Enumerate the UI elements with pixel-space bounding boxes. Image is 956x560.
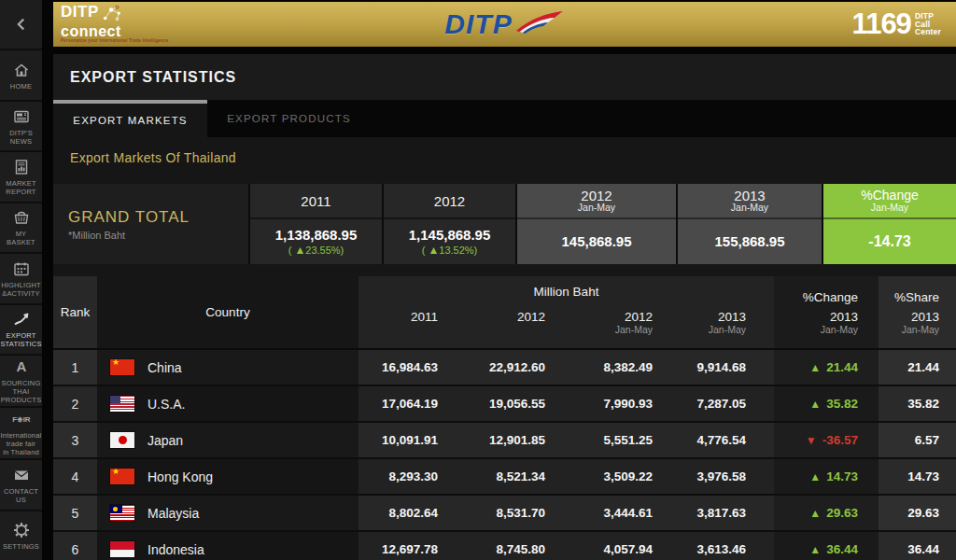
tab-export-markets[interactable]: EXPORT MARKETS bbox=[53, 100, 207, 137]
table-row[interactable]: 4 Hong Kong 8,293.30 8,521.34 3,509.22 3… bbox=[53, 459, 956, 496]
export-markets-table: Rank Country Million Baht 2011 2012 2012 bbox=[53, 276, 956, 560]
table-row[interactable]: 3 Japan 10,091.91 12,901.85 5,551.25 4,7… bbox=[53, 423, 956, 459]
pct-share-cell: 35.82 bbox=[879, 386, 956, 421]
sidebar-item-back[interactable] bbox=[0, 0, 42, 50]
sidebar-item-label: MARKET REPORT bbox=[6, 179, 35, 196]
rank-cell: 3 bbox=[53, 423, 97, 457]
country-name: Malaysia bbox=[148, 506, 199, 521]
grand-total-col-2013-janmay: 2013 Jan-May 155,868.95 bbox=[678, 184, 823, 264]
col-subheader-janmay: Jan-May bbox=[871, 203, 908, 213]
call-center-label: DITP Call Center bbox=[915, 12, 941, 36]
header-col-2012-janmay: 2012 Jan-May bbox=[573, 307, 681, 348]
sidebar: HOME DITP'S NEWS MARKET REPORT MY BASKET… bbox=[0, 0, 42, 560]
col-subheader-janmay: Jan-May bbox=[578, 203, 615, 213]
home-icon bbox=[12, 61, 31, 79]
up-arrow-icon: ▲ bbox=[809, 544, 821, 555]
table-row[interactable]: 2 U.S.A. 17,064.19 19,056.55 7,990.93 7,… bbox=[53, 386, 956, 423]
grand-total-2012-value: 1,145,868.95 bbox=[409, 228, 491, 243]
value-2012: 8,531.70 bbox=[466, 496, 573, 530]
calendar-icon bbox=[12, 259, 31, 278]
sidebar-item-label: DITP'S NEWS bbox=[9, 129, 33, 146]
flag-japan-icon bbox=[110, 432, 134, 448]
value-2011: 10,091.91 bbox=[358, 423, 466, 457]
value-2012-janmay: 3,444.61 bbox=[573, 496, 681, 530]
sidebar-item-label: HIGHLIGHT &ACTIVITY bbox=[1, 281, 41, 298]
grand-total-col-pct-change: %Change Jan-May -14.73 bbox=[823, 184, 956, 264]
sidebar-item-my-basket[interactable]: MY BASKET bbox=[0, 203, 42, 254]
market-report-icon bbox=[12, 158, 31, 176]
thai-flag-swoosh-icon bbox=[513, 8, 565, 40]
logo-text-connect: connect bbox=[61, 25, 169, 37]
sidebar-item-trade-fair[interactable]: F⎈IR International trade fair in Thailan… bbox=[0, 408, 42, 460]
grand-total-table: GRAND TOTAL *Million Baht 2011 1,138,868… bbox=[53, 184, 956, 264]
sourcing-icon: A bbox=[12, 357, 31, 376]
up-arrow-icon: ▲ bbox=[428, 244, 439, 257]
ditp-center-logo: DITP bbox=[444, 8, 564, 40]
sidebar-item-market-report[interactable]: MARKET REPORT bbox=[0, 152, 42, 203]
col-header-2012-janmay: 2012 bbox=[581, 189, 612, 203]
grand-total-2011-value: 1,138,868.95 bbox=[275, 228, 358, 243]
header-million-baht-group: Million Baht 2011 2012 2012 Jan-May bbox=[358, 276, 774, 348]
value-2011: 8,293.30 bbox=[358, 459, 466, 494]
up-arrow-icon: ▲ bbox=[809, 362, 821, 373]
value-2012: 22,912.60 bbox=[466, 350, 573, 385]
pct-change-cell: ▲ 36.44 bbox=[774, 532, 879, 560]
grand-total-label: GRAND TOTAL bbox=[68, 208, 248, 227]
rank-cell: 5 bbox=[53, 496, 97, 530]
sidebar-item-home[interactable]: HOME bbox=[0, 50, 42, 101]
trade-fair-icon: F⎈IR bbox=[10, 410, 33, 428]
value-2012-janmay: 8,382.49 bbox=[573, 350, 681, 385]
sidebar-item-sourcing-thai-products[interactable]: A SOURCING THAI PRODUCTS bbox=[0, 356, 42, 408]
header-group-label: Million Baht bbox=[358, 276, 774, 307]
value-2013-janmay: 3,817.63 bbox=[681, 496, 774, 530]
col-header-pct-change: %Change bbox=[861, 189, 919, 203]
pct-share-cell: 21.44 bbox=[879, 350, 956, 385]
country-name: U.S.A. bbox=[148, 397, 185, 412]
col-header-2013-janmay: 2013 bbox=[734, 189, 765, 203]
value-2012-janmay: 3,509.22 bbox=[573, 459, 681, 494]
sidebar-item-label: SOURCING THAI PRODUCTS bbox=[1, 379, 42, 404]
sidebar-item-ditps-news[interactable]: DITP'S NEWS bbox=[0, 102, 42, 152]
call-center-badge: 1169 DITP Call Center bbox=[852, 10, 956, 38]
mail-icon bbox=[12, 466, 31, 484]
grand-total-2012-janmay-value: 145,868.95 bbox=[561, 234, 631, 249]
pct-change-cell: ▲ 35.82 bbox=[774, 386, 879, 421]
pct-change-cell: ▲ 14.73 bbox=[774, 459, 879, 494]
up-arrow-icon: ▲ bbox=[809, 399, 821, 410]
svg-text:F⎈IR: F⎈IR bbox=[12, 415, 31, 424]
sidebar-item-export-statistics[interactable]: EXPORT STATISTICS bbox=[0, 305, 42, 356]
pct-change-value: 14.73 bbox=[826, 469, 858, 483]
sidebar-item-contact-us[interactable]: CONTACT US bbox=[0, 460, 42, 511]
country-name: Hong Kong bbox=[148, 469, 213, 484]
table-row[interactable]: 6 Indonesia 12,697.78 8,745.80 4,057.94 … bbox=[53, 532, 956, 560]
flag-hong-kong-icon bbox=[110, 469, 134, 484]
value-2013-janmay: 4,776.54 bbox=[681, 423, 774, 457]
up-arrow-icon: ▲ bbox=[809, 471, 821, 483]
logo-text-ditp: DITP bbox=[61, 5, 99, 19]
col-header-2011: 2011 bbox=[301, 194, 330, 208]
country-cell: Malaysia bbox=[97, 496, 358, 530]
table-row[interactable]: 1 China 16,984.63 22,912.60 8,382.49 9,9… bbox=[53, 350, 956, 386]
value-2011: 8,802.64 bbox=[358, 496, 466, 530]
sidebar-item-highlight-activity[interactable]: HIGHLIGHT &ACTIVITY bbox=[0, 254, 42, 304]
value-2013-janmay: 9,914.68 bbox=[681, 350, 774, 385]
table-row[interactable]: 5 Malaysia 8,802.64 8,531.70 3,444.61 3,… bbox=[53, 496, 956, 532]
pct-share-cell: 29.63 bbox=[879, 496, 956, 530]
value-2011: 17,064.19 bbox=[358, 386, 466, 421]
ditp-connect-logo[interactable]: DITP connect Personalize your Internatio… bbox=[53, 5, 169, 44]
tab-strip: EXPORT MARKETS EXPORT PRODUCTS bbox=[53, 100, 956, 137]
tab-export-products[interactable]: EXPORT PRODUCTS bbox=[207, 100, 371, 137]
pct-change-cell: ▲ 21.44 bbox=[774, 350, 879, 385]
sidebar-item-settings[interactable]: SETTINGS bbox=[0, 511, 42, 560]
country-cell: U.S.A. bbox=[97, 386, 358, 421]
logo-tagline: Personalize your International Trade Int… bbox=[61, 39, 169, 44]
pct-share-cell: 36.44 bbox=[879, 532, 956, 560]
grand-total-2011-change: ( ▲23.55%) bbox=[288, 245, 344, 256]
up-arrow-icon: ▲ bbox=[294, 244, 305, 257]
country-name: China bbox=[148, 360, 182, 375]
value-2011: 16,984.63 bbox=[358, 350, 466, 385]
news-icon bbox=[12, 107, 31, 126]
table-header: Rank Country Million Baht 2011 2012 2012 bbox=[53, 276, 956, 350]
value-2013-janmay: 7,287.05 bbox=[681, 386, 774, 421]
pct-share-cell: 14.73 bbox=[879, 459, 956, 494]
